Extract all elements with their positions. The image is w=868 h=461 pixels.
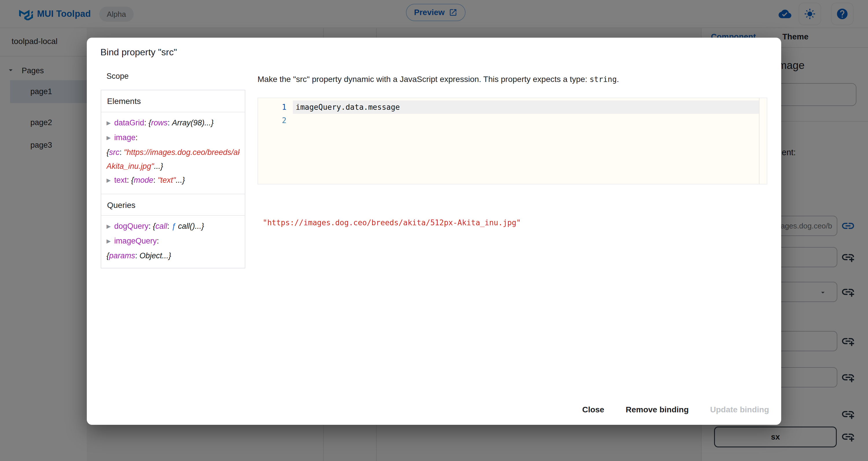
tree-segment: : xyxy=(144,118,148,127)
expression-code-editor[interactable]: 1imageQuery.data.message2 xyxy=(257,97,767,184)
dialog-description: Make the "src" property dynamic with a J… xyxy=(257,75,619,84)
dialog-footer: Close Remove binding Update binding xyxy=(582,405,769,414)
tree-segment: : xyxy=(157,237,159,245)
dialog-title: Bind property "src" xyxy=(100,47,177,58)
tree-segment: Akita_inu.jpg" xyxy=(106,162,154,171)
scope-tree-item[interactable]: {src: "https://images.dog.ceo/breeds/aki… xyxy=(106,145,240,159)
expand-arrow-icon[interactable]: ▶ xyxy=(106,116,111,130)
code-text: imageQuery.data.message xyxy=(296,100,400,114)
tree-segment: : xyxy=(148,222,153,231)
scope-section: Queries▶dogQuery: {call: ƒ call()...}▶im… xyxy=(101,194,245,268)
remove-binding-button[interactable]: Remove binding xyxy=(625,405,689,414)
tree-segment: dogQuery xyxy=(114,222,149,231)
scope-tree-item[interactable]: ▶dogQuery: {call: ƒ call()...} xyxy=(106,219,240,234)
scope-section-header: Queries xyxy=(101,194,245,216)
tree-segment: Array(98)...} xyxy=(172,118,214,127)
scope-tree: Elements▶dataGrid: {rows: Array(98)...}▶… xyxy=(101,90,245,268)
tree-segment: Object...} xyxy=(140,251,171,260)
tree-segment: text xyxy=(114,176,127,184)
toolpad-app: MUI Toolpad Alpha Preview toolpad-local … xyxy=(0,0,868,461)
tree-segment: dataGrid xyxy=(114,118,144,127)
tree-segment: : xyxy=(135,251,140,260)
scope-label: Scope xyxy=(106,72,129,81)
tree-segment: { xyxy=(106,251,109,260)
description-text: Make the "src" property dynamic with a J… xyxy=(257,75,590,84)
tree-segment: ...} xyxy=(176,176,185,184)
tree-segment: mode xyxy=(134,176,153,184)
scope-tree-item[interactable]: ▶imageQuery: xyxy=(106,234,240,249)
tree-segment: : xyxy=(135,133,138,142)
tree-segment: ...} xyxy=(154,162,163,171)
tree-segment: { xyxy=(148,118,151,127)
tree-segment: params xyxy=(109,251,135,260)
tree-segment: rows xyxy=(151,118,167,127)
tree-segment: : xyxy=(120,148,124,157)
tree-segment: imageQuery xyxy=(114,237,157,245)
expand-arrow-icon[interactable]: ▶ xyxy=(106,131,111,145)
tree-segment: call xyxy=(155,222,167,231)
tree-segment: { xyxy=(131,176,134,184)
bind-property-dialog: Bind property "src" Scope Elements▶dataG… xyxy=(87,38,781,425)
tree-segment: : xyxy=(127,176,131,184)
scope-tree-item[interactable]: ▶image: xyxy=(106,131,240,145)
tree-segment: ƒ xyxy=(172,222,176,231)
tree-segment: "https://images.dog.ceo/breeds/akita/512… xyxy=(124,148,240,157)
expand-arrow-icon[interactable]: ▶ xyxy=(106,220,111,233)
line-number: 2 xyxy=(258,114,286,127)
close-button[interactable]: Close xyxy=(582,405,604,414)
editor-line[interactable]: 2 xyxy=(258,114,767,127)
scope-section: Elements▶dataGrid: {rows: Array(98)...}▶… xyxy=(101,90,245,194)
expand-arrow-icon[interactable]: ▶ xyxy=(106,173,111,188)
expand-arrow-icon[interactable]: ▶ xyxy=(106,234,111,248)
scope-tree-item[interactable]: {params: Object...} xyxy=(106,249,240,263)
tree-segment: "text" xyxy=(158,176,176,184)
evaluated-result-value: "https://images.dog.ceo/breeds/akita/512… xyxy=(263,218,521,227)
tree-segment: : xyxy=(167,118,172,127)
scope-tree-item[interactable]: ▶dataGrid: {rows: Array(98)...} xyxy=(106,116,240,131)
expected-type-code: string xyxy=(590,75,617,84)
editor-line[interactable]: 1imageQuery.data.message xyxy=(258,100,767,114)
tree-segment: : xyxy=(153,176,158,184)
tree-segment: src xyxy=(109,148,120,157)
tree-segment: : xyxy=(167,222,172,231)
scope-section-header: Elements xyxy=(101,90,245,112)
scope-tree-item[interactable]: ▶text: {mode: "text"...} xyxy=(106,173,240,188)
tree-segment: image xyxy=(114,133,136,142)
tree-segment: call()...} xyxy=(176,222,204,231)
line-number: 1 xyxy=(258,100,286,114)
update-binding-button[interactable]: Update binding xyxy=(710,405,769,414)
tree-segment: { xyxy=(153,222,155,231)
description-suffix: . xyxy=(617,75,619,84)
tree-segment: { xyxy=(106,148,109,157)
scope-tree-item[interactable]: Akita_inu.jpg"...} xyxy=(106,159,240,173)
